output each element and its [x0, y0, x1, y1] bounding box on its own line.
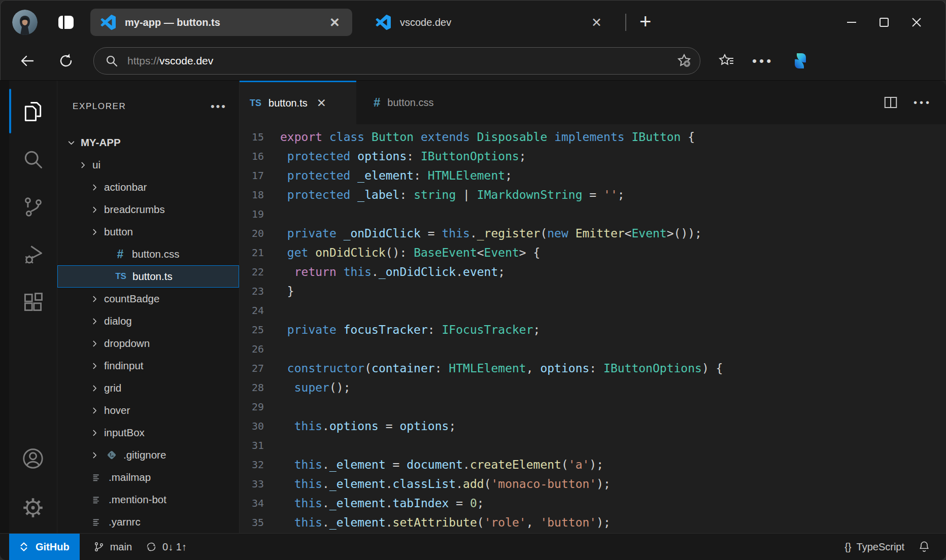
browser-tab-inactive[interactable]: vscode.dev ✕ — [365, 9, 614, 36]
code-line-33[interactable]: 33 this._element.classList.add('monaco-b… — [240, 474, 946, 494]
tree-item-dropdown[interactable]: dropdown — [57, 332, 239, 355]
close-window-button[interactable] — [900, 9, 933, 36]
code-line-21[interactable]: 21 get onDidClick(): BaseEvent<Event> { — [240, 243, 946, 262]
favorites-icon[interactable] — [718, 52, 735, 69]
editor-actions: ••• — [883, 81, 946, 124]
editor-tab-bar: TS button.ts ✕ # button.css ••• — [240, 81, 946, 124]
code-line-35[interactable]: 35 this._element.setAttribute('role', 'b… — [240, 513, 946, 532]
tree-item-button.css[interactable]: #button.css — [57, 243, 239, 265]
tree-item-inputBox[interactable]: inputBox — [57, 422, 239, 444]
code-line-22[interactable]: 22 return this._onDidClick.event; — [240, 262, 946, 282]
tree-item-dot-mailmap[interactable]: .mailmap — [57, 466, 239, 488]
branch-indicator[interactable]: main — [93, 534, 132, 560]
editor-tab-button-ts[interactable]: TS button.ts ✕ — [240, 81, 356, 124]
code-line-25[interactable]: 25 private focusTracker: IFocusTracker; — [240, 320, 946, 339]
sidebar-item-run-debug[interactable] — [9, 231, 57, 278]
browser-tab-active[interactable]: my-app — button.ts ✕ — [90, 9, 352, 36]
sidebar-item-search[interactable] — [9, 135, 57, 183]
code-text: get onDidClick(): BaseEvent<Event> { — [280, 246, 540, 259]
close-tab-icon[interactable]: ✕ — [317, 96, 326, 110]
code-editor[interactable]: 15export class Button extends Disposable… — [240, 124, 946, 533]
code-line-18[interactable]: 18 protected _label: string | IMarkdownS… — [240, 185, 946, 204]
tree-item-button.ts[interactable]: TSbutton.ts — [57, 265, 239, 288]
back-button[interactable] — [15, 49, 40, 73]
git-branch-icon — [93, 541, 105, 553]
tab-separator — [625, 14, 626, 31]
split-editor-icon[interactable] — [883, 95, 898, 110]
tree-item-button[interactable]: button — [57, 221, 239, 243]
tree-item-label: breadcrumbs — [104, 203, 165, 216]
editor-tab-button-css[interactable]: # button.css — [356, 81, 551, 124]
tree-item-hover[interactable]: hover — [57, 399, 239, 422]
tree-item-dot-gitignore[interactable]: .gitignore — [57, 444, 239, 466]
code-line-17[interactable]: 17 protected _element: HTMLElement; — [240, 166, 946, 185]
minimize-button[interactable] — [835, 9, 868, 36]
code-line-30[interactable]: 30 this.options = options; — [240, 416, 946, 436]
sidebar-item-explorer[interactable] — [9, 88, 57, 135]
maximize-button[interactable] — [868, 9, 900, 36]
profile-avatar[interactable] — [12, 10, 38, 35]
code-line-32[interactable]: 32 this._element = document.createElemen… — [240, 455, 946, 474]
editor-more-actions-icon[interactable]: ••• — [914, 97, 932, 109]
explorer-menu-icon[interactable]: ••• — [211, 104, 227, 109]
code-line-26[interactable]: 26 — [240, 339, 946, 359]
tree-item-breadcrumbs[interactable]: breadcrumbs — [57, 198, 239, 221]
tree-item-findinput[interactable]: findinput — [57, 355, 239, 377]
line-number: 29 — [240, 401, 264, 413]
code-line-29[interactable]: 29 — [240, 397, 946, 416]
browser-menu-icon[interactable]: ••• — [752, 53, 773, 69]
extensions-icon — [22, 291, 44, 313]
css-file-icon: # — [374, 95, 380, 110]
chevron-right-icon — [88, 295, 101, 303]
url-text[interactable]: https://vscode.dev — [127, 55, 669, 67]
line-number: 17 — [240, 169, 264, 182]
code-line-19[interactable]: 19 — [240, 204, 946, 224]
notifications-bell-icon[interactable] — [918, 540, 931, 553]
sidebar-item-extensions[interactable] — [9, 278, 57, 326]
new-tab-button[interactable]: + — [634, 11, 656, 31]
tree-item-grid[interactable]: grid — [57, 377, 239, 399]
sync-counts: 0↓ 1↑ — [162, 541, 187, 553]
code-line-15[interactable]: 15export class Button extends Disposable… — [240, 127, 946, 147]
tab-close-icon[interactable]: ✕ — [588, 16, 605, 29]
reload-button[interactable] — [54, 49, 78, 73]
tree-item-dot-yarnrc[interactable]: .yarnrc — [57, 511, 239, 533]
sidebar-item-source-control[interactable] — [9, 183, 57, 231]
source-control-icon — [22, 196, 44, 218]
settings-button[interactable] — [9, 482, 57, 533]
sync-indicator[interactable]: 0↓ 1↑ — [145, 534, 187, 560]
code-line-28[interactable]: 28 super(); — [240, 378, 946, 397]
tree-item-dot-mention-bot[interactable]: .mention-bot — [57, 488, 239, 511]
chevron-right-icon — [88, 317, 101, 326]
copilot-icon[interactable] — [791, 51, 810, 71]
tab-actions-icon[interactable] — [55, 11, 77, 33]
tree-item-label: .gitignore — [123, 449, 166, 461]
address-bar[interactable]: https://vscode.dev — [93, 47, 700, 75]
file-tree: MY-APPuiactionbarbreadcrumbsbutton#butto… — [57, 123, 239, 533]
chevron-right-icon — [88, 451, 101, 460]
tree-item-label: button — [104, 226, 133, 238]
tree-item-ui[interactable]: ui — [57, 154, 239, 176]
tree-item-MY-APP[interactable]: MY-APP — [57, 131, 239, 154]
tab-close-icon[interactable]: ✕ — [326, 16, 343, 29]
config-file-icon — [89, 494, 105, 505]
language-mode[interactable]: {} TypeScript — [844, 541, 904, 553]
chevron-right-icon — [88, 362, 101, 370]
code-line-23[interactable]: 23 } — [240, 282, 946, 301]
code-line-24[interactable]: 24 — [240, 301, 946, 320]
tree-item-countBadge[interactable]: countBadge — [57, 288, 239, 310]
account-button[interactable] — [9, 435, 57, 482]
line-number: 27 — [240, 362, 264, 374]
code-line-34[interactable]: 34 this._element.tabIndex = 0; — [240, 494, 946, 513]
code-line-16[interactable]: 16 protected options: IButtonOptions; — [240, 147, 946, 166]
code-line-27[interactable]: 27 constructor(container: HTMLElement, o… — [240, 359, 946, 378]
code-text: export class Button extends Disposable i… — [280, 130, 695, 144]
code-line-31[interactable]: 31 — [240, 436, 946, 455]
remote-indicator[interactable]: GitHub — [9, 534, 80, 560]
config-file-icon — [89, 516, 105, 528]
tree-item-dialog[interactable]: dialog — [57, 310, 239, 332]
add-favorite-icon[interactable] — [675, 52, 693, 69]
tree-item-actionbar[interactable]: actionbar — [57, 176, 239, 198]
code-line-20[interactable]: 20 private _onDidClick = this._register(… — [240, 224, 946, 243]
code-text: this.options = options; — [280, 419, 456, 433]
